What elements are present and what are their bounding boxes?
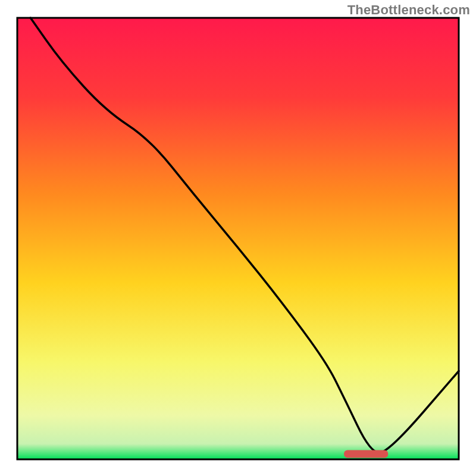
bottleneck-chart — [0, 0, 476, 476]
chart-container: TheBottleneck.com — [0, 0, 476, 476]
optimal-marker — [344, 450, 388, 458]
gradient-background — [17, 18, 459, 459]
